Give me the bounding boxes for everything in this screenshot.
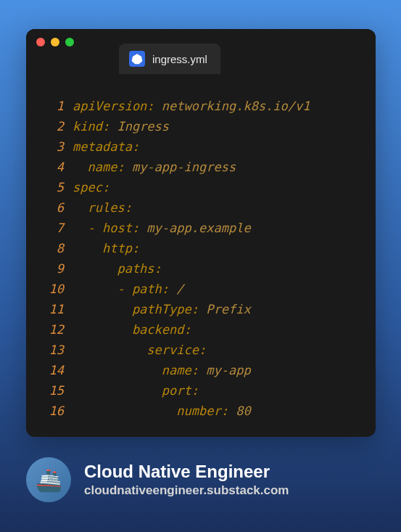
line-number: 11	[41, 299, 73, 319]
yaml-key: - host:	[73, 218, 146, 238]
line-number: 10	[41, 279, 73, 299]
footer-title: Cloud Native Engineer	[84, 462, 289, 482]
zoom-icon[interactable]	[65, 38, 74, 46]
code-line: 4 name: my-app-ingress	[41, 157, 361, 177]
yaml-key: backend:	[73, 319, 191, 340]
code-line: 8 http:	[41, 238, 361, 258]
close-icon[interactable]	[36, 38, 45, 46]
yaml-key: pathType:	[73, 299, 206, 319]
code-line: 6 rules:	[41, 197, 361, 218]
yaml-key: http:	[73, 238, 139, 258]
avatar: 🚢	[26, 457, 71, 502]
yaml-key: - path:	[73, 279, 176, 299]
yaml-key: name:	[73, 157, 132, 177]
code-line: 10 - path: /	[41, 279, 361, 299]
code-line: 16 number: 80	[41, 401, 361, 421]
footer: 🚢 Cloud Native Engineer cloudnativeengin…	[26, 457, 289, 502]
code-line: 15 port:	[41, 380, 361, 401]
code-line: 11 pathType: Prefix	[41, 299, 361, 319]
yaml-key: number:	[73, 401, 236, 421]
code-editor-window: ingress.yml 1apiVersion: networking.k8s.…	[26, 29, 376, 437]
line-number: 13	[41, 340, 73, 360]
yaml-key: apiVersion:	[73, 96, 162, 116]
code-line: 5spec:	[41, 177, 361, 197]
code-line: 14 name: my-app	[41, 360, 361, 380]
yaml-key: rules:	[73, 197, 132, 218]
line-number: 12	[41, 319, 73, 340]
svg-marker-0	[132, 54, 143, 64]
code-line: 1apiVersion: networking.k8s.io/v1	[41, 96, 361, 116]
kubernetes-icon	[129, 51, 145, 67]
yaml-key: paths:	[73, 258, 162, 279]
yaml-value: Prefix	[206, 299, 250, 319]
line-number: 5	[41, 177, 73, 197]
line-number: 3	[41, 136, 73, 157]
yaml-key: name:	[73, 360, 206, 380]
line-number: 7	[41, 218, 73, 238]
yaml-key: metadata:	[73, 136, 139, 157]
line-number: 15	[41, 380, 73, 401]
line-number: 9	[41, 258, 73, 279]
footer-text: Cloud Native Engineer cloudnativeenginee…	[84, 462, 289, 498]
yaml-key: service:	[73, 340, 206, 360]
file-tab[interactable]: ingress.yml	[119, 44, 220, 74]
tab-bar: ingress.yml	[26, 29, 376, 74]
yaml-key: kind:	[73, 116, 117, 136]
tab-filename: ingress.yml	[152, 53, 207, 65]
yaml-value: my-app-ingress	[132, 157, 236, 177]
yaml-value: /	[176, 279, 183, 299]
line-number: 4	[41, 157, 73, 177]
yaml-value: networking.k8s.io/v1	[162, 96, 310, 116]
code-area: 1apiVersion: networking.k8s.io/v12kind: …	[26, 74, 376, 435]
line-number: 16	[41, 401, 73, 421]
yaml-value: Ingress	[117, 116, 169, 136]
code-line: 13 service:	[41, 340, 361, 360]
code-line: 9 paths:	[41, 258, 361, 279]
yaml-value: my-app.example	[146, 218, 250, 238]
code-line: 3metadata:	[41, 136, 361, 157]
code-line: 7 - host: my-app.example	[41, 218, 361, 238]
line-number: 6	[41, 197, 73, 218]
line-number: 8	[41, 238, 73, 258]
yaml-key: port:	[73, 380, 199, 401]
line-number: 14	[41, 360, 73, 380]
minimize-icon[interactable]	[51, 38, 59, 46]
footer-url: cloudnativeengineer.substack.com	[84, 483, 289, 498]
yaml-value: my-app	[206, 360, 250, 380]
yaml-key: spec:	[73, 177, 109, 197]
line-number: 1	[41, 96, 73, 116]
code-line: 12 backend:	[41, 319, 361, 340]
code-line: 2kind: Ingress	[41, 116, 361, 136]
yaml-value: 80	[236, 401, 250, 421]
ship-icon: 🚢	[36, 467, 62, 493]
line-number: 2	[41, 116, 73, 136]
